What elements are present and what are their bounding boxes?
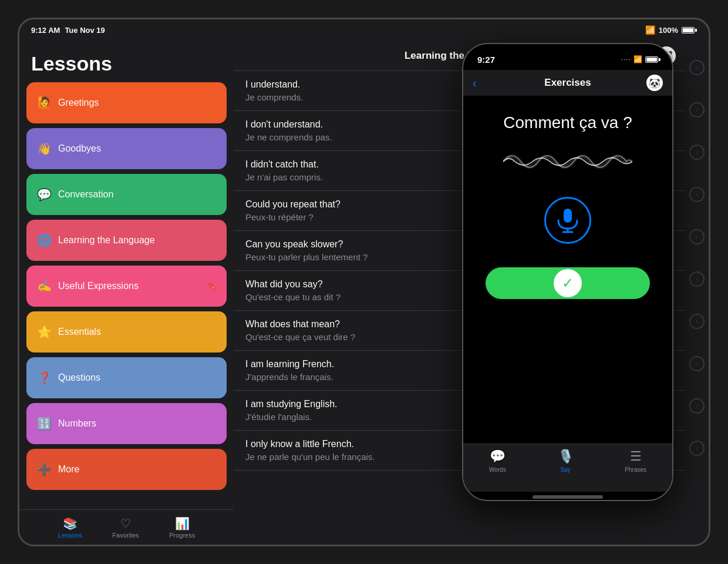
lesson-icon-more: ➕ <box>36 462 52 476</box>
home-indicator <box>532 495 603 499</box>
ipad-status-bar: 9:12 AM Tue Nov 19 📶 100% <box>19 19 709 41</box>
chevron-circle-icon: › <box>689 356 705 371</box>
lesson-item-greetings[interactable]: 🙋Greetings <box>26 82 227 123</box>
lesson-item-learning[interactable]: 🌐Learning the Language <box>26 220 227 261</box>
chevron-column: ›››››››››› <box>685 41 709 545</box>
check-slider[interactable]: ✓ <box>486 267 650 299</box>
tab-icon-lessons: 📚 <box>63 516 77 531</box>
sidebar: Lessons 🙋Greetings👋Goodbyes💬Conversation… <box>19 41 234 545</box>
lesson-label-learning: Learning the Language <box>58 235 155 246</box>
lesson-icon-numbers: 🔢 <box>36 417 52 431</box>
lesson-label-expressions: Useful Expressions <box>58 281 139 291</box>
iphone-signal-icon: ···· <box>621 56 631 63</box>
ipad-tab-lessons[interactable]: 📚Lessons <box>58 516 82 539</box>
iphone-wifi-icon: 📶 <box>633 55 642 63</box>
iphone-notch <box>530 44 606 61</box>
chevron-item[interactable]: › <box>685 131 709 173</box>
sidebar-title: Lessons <box>19 41 234 82</box>
ipad-status-icons: 📶 100% <box>645 25 697 35</box>
iphone-tab-icon-words: 💬 <box>490 449 505 464</box>
wifi-icon: 📶 <box>645 25 655 35</box>
back-button[interactable]: ‹ <box>473 76 477 90</box>
iphone-status-icons: ···· 📶 <box>621 55 660 63</box>
chevron-circle-icon: › <box>689 441 705 456</box>
ipad-tab-progress[interactable]: 📊Progress <box>169 516 195 539</box>
iphone-tab-bar: 💬Words🎙️Say☰Phrases <box>463 444 672 492</box>
lesson-label-greetings: Greetings <box>58 98 99 108</box>
iphone-tab-icon-phrases: ☰ <box>630 449 642 464</box>
chevron-circle-icon: › <box>689 102 705 118</box>
lesson-item-conversation[interactable]: 💬Conversation <box>26 174 227 215</box>
lesson-icon-questions: ❓ <box>36 371 52 385</box>
microphone-button[interactable] <box>544 197 591 244</box>
lesson-item-more[interactable]: ➕More <box>26 449 227 490</box>
iphone-nav-title: Exercises <box>544 77 591 89</box>
microphone-icon <box>556 207 579 233</box>
chevron-circle-icon: › <box>689 271 705 287</box>
lesson-icon-greetings: 🙋 <box>36 96 52 110</box>
lesson-item-essentials[interactable]: ⭐Essentials <box>26 311 227 352</box>
exercise-question: Comment ça va ? <box>503 113 632 132</box>
chevron-item[interactable]: › <box>685 46 709 89</box>
iphone-nav-avatar: 🐼 <box>646 75 663 91</box>
ipad-date: Tue Nov 19 <box>65 26 105 35</box>
chevron-item[interactable]: › <box>685 89 709 131</box>
tab-label-lessons: Lessons <box>58 532 82 539</box>
chevron-circle-icon: › <box>689 398 705 414</box>
iphone-tab-label-phrases: Phrases <box>625 466 646 473</box>
battery-icon <box>682 27 697 33</box>
lesson-item-expressions[interactable]: ✍️Useful Expressions🔖 <box>26 266 227 307</box>
tab-icon-progress: 📊 <box>175 516 190 531</box>
ipad-frame: 9:12 AM Tue Nov 19 📶 100% Lessons 🙋Greet… <box>18 18 710 546</box>
iphone-tab-icon-say: 🎙️ <box>558 449 574 464</box>
tab-icon-favorites: ♡ <box>120 516 131 531</box>
iphone-tab-label-words: Words <box>489 466 506 473</box>
check-circle: ✓ <box>554 269 582 297</box>
ipad-tab-bar: 📚Lessons♡Favorites📊Progress <box>19 509 234 545</box>
iphone-tab-words[interactable]: 💬Words <box>489 449 506 473</box>
lesson-label-questions: Questions <box>58 372 100 383</box>
lesson-icon-essentials: ⭐ <box>36 325 52 339</box>
lesson-item-numbers[interactable]: 🔢Numbers <box>26 403 227 444</box>
iphone-time: 9:27 <box>475 55 495 65</box>
lesson-label-more: More <box>58 464 79 475</box>
sound-wave-visualization <box>503 144 632 179</box>
tab-label-progress: Progress <box>169 532 195 539</box>
iphone-main: Comment ça va ? <box>463 96 672 444</box>
lesson-icon-learning: 🌐 <box>36 233 52 247</box>
lesson-item-questions[interactable]: ❓Questions <box>26 357 227 398</box>
lesson-label-numbers: Numbers <box>58 418 96 429</box>
lesson-item-goodbyes[interactable]: 👋Goodbyes <box>26 128 227 169</box>
iphone-battery-icon <box>645 56 660 63</box>
chevron-circle-icon: › <box>689 60 705 75</box>
chevron-circle-icon: › <box>689 187 705 202</box>
chevron-circle-icon: › <box>689 229 705 244</box>
chevron-item[interactable]: › <box>685 343 709 385</box>
bookmark-icon: 🔖 <box>207 281 218 292</box>
ipad-time: 9:12 AM <box>31 26 60 35</box>
lesson-icon-conversation: 💬 <box>36 187 52 202</box>
chevron-circle-icon: › <box>689 314 705 329</box>
chevron-circle-icon: › <box>689 145 705 160</box>
lesson-label-conversation: Conversation <box>58 189 113 200</box>
lesson-icon-goodbyes: 👋 <box>36 142 52 156</box>
iphone-tab-label-say: Say <box>560 466 570 473</box>
chevron-item[interactable]: › <box>685 173 709 216</box>
chevron-item[interactable]: › <box>685 216 709 258</box>
tab-label-favorites: Favorites <box>112 532 139 539</box>
iphone-overlay: 9:27 ···· 📶 ‹ Exercises 🐼 Comment ça va … <box>462 43 673 501</box>
chevron-item[interactable]: › <box>685 258 709 300</box>
chevron-item[interactable]: › <box>685 427 709 469</box>
lessons-list: 🙋Greetings👋Goodbyes💬Conversation🌐Learnin… <box>19 82 234 509</box>
lesson-icon-expressions: ✍️ <box>36 279 52 293</box>
ipad-tab-favorites[interactable]: ♡Favorites <box>112 516 139 539</box>
chevron-item[interactable]: › <box>685 300 709 343</box>
svg-rect-0 <box>564 209 572 223</box>
battery-percentage: 100% <box>659 26 678 35</box>
iphone-nav: ‹ Exercises 🐼 <box>463 70 672 96</box>
iphone-tab-phrases[interactable]: ☰Phrases <box>625 449 646 473</box>
lesson-label-essentials: Essentials <box>58 327 101 337</box>
lesson-label-goodbyes: Goodbyes <box>58 143 101 154</box>
iphone-tab-say[interactable]: 🎙️Say <box>558 449 574 473</box>
chevron-item[interactable]: › <box>685 385 709 427</box>
